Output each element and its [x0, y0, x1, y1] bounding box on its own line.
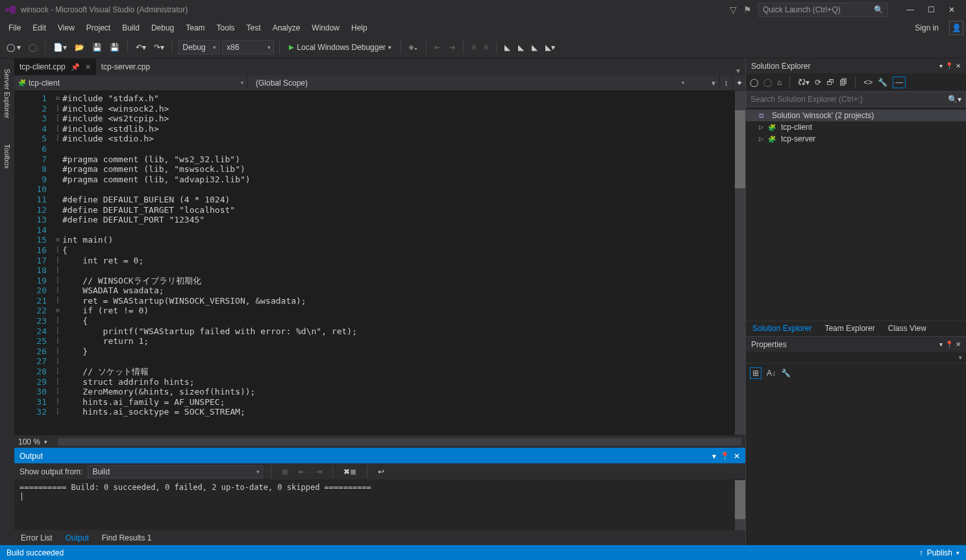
tab-output[interactable]: Output	[59, 531, 95, 544]
expand-button[interactable]: ✦	[732, 75, 745, 90]
start-debugger-button[interactable]: ▶ Local Windows Debugger ▾	[285, 42, 395, 53]
clear-all-icon[interactable]: ✖≣	[341, 466, 359, 478]
tab-class-view[interactable]: Class View	[882, 321, 933, 336]
step-icon[interactable]: ⎆▾	[406, 42, 421, 53]
menu-file[interactable]: File	[3, 21, 27, 35]
outdent-icon[interactable]: ⇤	[432, 42, 443, 53]
menu-tools[interactable]: Tools	[211, 21, 241, 35]
toolbox-tab[interactable]: Toolbox	[2, 138, 12, 175]
tree-solution-node[interactable]: ⧉ Solution 'winsock' (2 projects)	[746, 110, 966, 121]
solution-explorer-header[interactable]: Solution Explorer ▾ 📍 ✕	[746, 58, 966, 73]
solution-explorer-search[interactable]: 🔍▾	[746, 91, 966, 107]
menu-view[interactable]: View	[52, 21, 80, 35]
output-scrollbar[interactable]	[735, 480, 745, 530]
nav-fwd-icon[interactable]: ◯	[26, 42, 40, 53]
menu-project[interactable]: Project	[80, 21, 116, 35]
window-dropdown-icon[interactable]: ▾	[712, 452, 716, 461]
menu-analyze[interactable]: Analyze	[267, 21, 306, 35]
notifications-icon[interactable]: ⚑	[743, 5, 752, 15]
publish-button[interactable]: ↑ Publish ▾	[919, 548, 960, 557]
bookmark-toggle-icon[interactable]: ◣	[502, 42, 513, 53]
uncomment-icon[interactable]: ≡	[481, 42, 491, 53]
bookmark-prev-icon[interactable]: ◣	[515, 42, 526, 53]
menu-window[interactable]: Window	[306, 21, 345, 35]
fold-column[interactable]: ⊟││││⊟││││││⊟││││││││││	[53, 91, 62, 435]
save-icon[interactable]: 💾	[90, 42, 105, 53]
properties-header[interactable]: Properties ▾ 📍 ✕	[746, 337, 966, 352]
minimize-button[interactable]: —	[901, 3, 919, 16]
alphabetical-icon[interactable]: A↓	[767, 369, 776, 378]
sync-icon[interactable]: 🗘▾	[798, 78, 810, 87]
split-view-button[interactable]: ↕	[719, 75, 732, 90]
quick-launch-input[interactable]: Quick Launch (Ctrl+Q) 🔍	[758, 3, 888, 17]
window-dropdown-icon[interactable]: ▾	[939, 62, 943, 69]
indent-icon[interactable]: ⇥	[446, 42, 458, 53]
scroll-thumb[interactable]	[735, 110, 745, 188]
word-wrap-icon[interactable]: ↩	[375, 466, 387, 478]
close-icon[interactable]: ✕	[956, 62, 961, 69]
view-code-icon[interactable]: <>	[863, 78, 873, 87]
home-icon[interactable]: ⌂	[777, 78, 782, 87]
menu-team[interactable]: Team	[180, 21, 210, 35]
output-body[interactable]: ========== Build: 0 succeeded, 0 failed,…	[14, 480, 745, 530]
fwd-icon[interactable]: ◯	[763, 78, 772, 87]
pin-icon[interactable]: 📍	[945, 341, 953, 348]
next-msg-icon[interactable]: ⇥	[313, 466, 325, 478]
property-pages-icon[interactable]: 🔧	[781, 369, 791, 378]
close-icon[interactable]: ✕	[85, 63, 91, 71]
server-explorer-tab[interactable]: Server Explorer	[2, 62, 12, 125]
signin-link[interactable]: Sign in	[908, 21, 945, 35]
undo-icon[interactable]: ↶▾	[133, 42, 149, 53]
user-icon[interactable]: 👤	[949, 21, 963, 35]
menu-debug[interactable]: Debug	[145, 21, 180, 35]
pin-icon[interactable]: 📌	[71, 63, 80, 71]
nav-scope-left[interactable]: 🧩 tcp-client	[14, 75, 248, 90]
redo-icon[interactable]: ↷▾	[151, 42, 167, 53]
properties-grid[interactable]	[746, 383, 966, 545]
back-icon[interactable]: ◯	[750, 78, 758, 87]
tree-project-node[interactable]: ▷ 🧩 tcp-client	[746, 121, 966, 133]
tab-find-results[interactable]: Find Results 1	[95, 531, 158, 544]
code-content[interactable]: #include "stdafx.h"#include <winsock2.h>…	[62, 91, 745, 435]
menu-test[interactable]: Test	[241, 21, 267, 35]
tab-error-list[interactable]: Error List	[14, 531, 59, 544]
close-button[interactable]: ✕	[943, 3, 961, 16]
solution-explorer-search-input[interactable]	[750, 95, 948, 104]
bookmark-next-icon[interactable]: ◣	[529, 42, 540, 53]
open-icon[interactable]: 📂	[72, 42, 87, 53]
preview-icon[interactable]: —	[893, 77, 906, 88]
scroll-thumb[interactable]	[735, 480, 745, 519]
zoom-dropdown-icon[interactable]: ▾	[44, 439, 47, 445]
comment-icon[interactable]: ≡	[469, 42, 478, 53]
pin-icon[interactable]: 📍	[720, 452, 730, 461]
config-select[interactable]: Debug	[178, 40, 219, 55]
tab-tcp-client[interactable]: tcp-client.cpp 📌 ✕	[14, 58, 96, 75]
filter-icon[interactable]: ▽	[730, 5, 737, 15]
menu-help[interactable]: Help	[345, 21, 373, 35]
close-icon[interactable]: ✕	[734, 452, 740, 461]
nav-back-icon[interactable]: ◯ ▾	[4, 42, 23, 53]
output-source-select[interactable]: Build	[88, 465, 263, 478]
vertical-scrollbar[interactable]	[735, 91, 745, 435]
menu-edit[interactable]: Edit	[27, 21, 52, 35]
horizontal-scrollbar[interactable]	[58, 438, 741, 446]
tab-overflow-button[interactable]: ▾	[731, 66, 745, 75]
window-dropdown-icon[interactable]: ▾	[939, 341, 943, 348]
zoom-level[interactable]: 100 %	[18, 437, 40, 446]
expand-icon[interactable]: ▷	[759, 124, 765, 130]
maximize-button[interactable]: ☐	[922, 3, 940, 16]
collapse-icon[interactable]: 🗗	[826, 78, 834, 87]
expand-icon[interactable]: ▷	[759, 136, 765, 142]
close-icon[interactable]: ✕	[956, 341, 961, 348]
nav-scope-right[interactable]: (Global Scope)	[248, 75, 688, 90]
show-all-icon[interactable]: 🗐	[839, 78, 847, 87]
properties-object-select[interactable]: ▾	[746, 352, 966, 363]
prev-msg-icon[interactable]: ⇤	[296, 466, 308, 478]
goto-msg-icon[interactable]: ≣	[279, 466, 291, 478]
platform-select[interactable]: x86	[222, 40, 274, 55]
categorized-icon[interactable]: ⊞	[750, 367, 762, 379]
new-project-icon[interactable]: 📄▾	[51, 42, 69, 53]
menu-build[interactable]: Build	[116, 21, 145, 35]
tab-solution-explorer[interactable]: Solution Explorer	[746, 321, 818, 336]
tree-project-node[interactable]: ▷ 🧩 tcp-server	[746, 133, 966, 145]
